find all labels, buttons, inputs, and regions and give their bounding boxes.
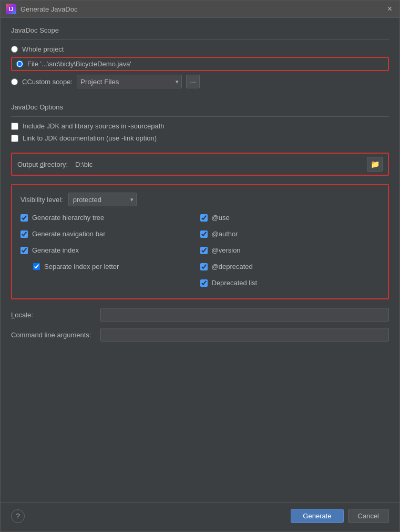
ellipsis-icon: ··· (190, 77, 196, 86)
visibility-row: Visibility level: public protected packa… (20, 193, 380, 206)
generate-button[interactable]: Generate (291, 509, 343, 523)
folder-icon: 📁 (371, 160, 380, 168)
whole-project-label[interactable]: Whole project (22, 45, 64, 53)
deprecated-list-row: Deprecated list (200, 279, 380, 287)
locale-input[interactable] (100, 308, 389, 322)
link-jdk-checkbox[interactable] (11, 135, 18, 142)
locale-section: Locale: Command line arguments: (11, 308, 389, 342)
hierarchy-tree-label[interactable]: Generate hierarchy tree (32, 214, 104, 222)
file-label[interactable]: File '...\src\bicly\BicycleDemo.java' (27, 60, 131, 68)
dialog-title: Generate JavaDoc (20, 5, 77, 13)
visibility-section: Visibility level: public protected packa… (11, 184, 389, 299)
options-col-left: Generate hierarchy tree Generate navigat… (20, 214, 200, 291)
scope-radio-group: Whole project File '...\src\bicly\Bicycl… (11, 45, 389, 88)
dialog-body: JavaDoc Scope Whole project File '...\sr… (1, 18, 399, 502)
link-jdk-row: Link to JDK documentation (use -link opt… (11, 134, 389, 142)
cancel-button[interactable]: Cancel (348, 509, 389, 523)
custom-scope-row: CCustom scope: Project FilesAll PlacesPr… (11, 75, 389, 88)
author-label[interactable]: @author (212, 230, 238, 238)
app-icon: IJ (6, 4, 16, 14)
custom-scope-select-wrapper: Project FilesAll PlacesProject and Libra… (77, 75, 182, 88)
include-jdk-label[interactable]: Include JDK and library sources in -sour… (23, 122, 165, 130)
visibility-select[interactable]: public protected package private (68, 193, 137, 206)
deprecated-list-checkbox[interactable] (200, 279, 208, 287)
dialog-footer: ? Generate Cancel (1, 502, 399, 531)
options-grid: Generate hierarchy tree Generate navigat… (20, 214, 380, 291)
custom-scope-browse-button[interactable]: ··· (186, 75, 200, 88)
locale-label: Locale: (11, 311, 95, 319)
separate-index-row: Separate index per letter (33, 263, 200, 270)
command-line-row: Command line arguments: (11, 328, 389, 342)
options-section: JavaDoc Options Include JDK and library … (11, 103, 389, 146)
generate-index-checkbox[interactable] (20, 247, 28, 254)
whole-project-radio-row: Whole project (11, 45, 389, 53)
navigation-bar-row: Generate navigation bar (20, 230, 200, 238)
version-label[interactable]: @version (212, 246, 241, 254)
navigation-bar-label[interactable]: Generate navigation bar (32, 230, 105, 238)
custom-scope-select[interactable]: Project FilesAll PlacesProject and Libra… (77, 75, 182, 88)
use-checkbox[interactable] (200, 214, 208, 222)
file-radio[interactable] (16, 61, 23, 67)
deprecated-row: @deprecated (200, 263, 380, 270)
generate-index-row: Generate index (20, 246, 200, 254)
link-jdk-label[interactable]: Link to JDK documentation (use -link opt… (23, 134, 157, 142)
deprecated-checkbox[interactable] (200, 263, 208, 270)
options-col-right: @use @author @version @deprecated (200, 214, 380, 291)
deprecated-label[interactable]: @deprecated (212, 263, 253, 270)
output-dir-label: Output directory: (17, 160, 68, 168)
navigation-bar-checkbox[interactable] (20, 230, 28, 238)
visibility-select-wrapper: public protected package private (68, 193, 137, 206)
include-jdk-checkbox[interactable] (11, 123, 18, 130)
help-button[interactable]: ? (11, 509, 25, 523)
close-button[interactable]: × (385, 5, 394, 13)
author-checkbox[interactable] (200, 230, 208, 238)
use-label[interactable]: @use (212, 214, 230, 222)
hierarchy-tree-row: Generate hierarchy tree (20, 214, 200, 222)
footer-buttons: Generate Cancel (291, 509, 389, 523)
version-checkbox[interactable] (200, 247, 208, 254)
separate-index-label[interactable]: Separate index per letter (44, 263, 119, 270)
locale-row: Locale: (11, 308, 389, 322)
separate-index-checkbox[interactable] (33, 263, 40, 270)
title-bar-left: IJ Generate JavaDoc (6, 4, 77, 14)
custom-scope-label[interactable]: CCustom scope: (22, 78, 73, 86)
command-line-input[interactable] (100, 328, 389, 342)
author-row: @author (200, 230, 380, 238)
output-dir-browse-button[interactable]: 📁 (367, 157, 383, 172)
command-line-label: Command line arguments: (11, 331, 95, 339)
file-radio-row: File '...\src\bicly\BicycleDemo.java' (11, 57, 389, 71)
title-bar: IJ Generate JavaDoc × (1, 1, 399, 18)
generate-index-label[interactable]: Generate index (32, 246, 79, 254)
scope-section: JavaDoc Scope Whole project File '...\sr… (11, 26, 389, 97)
generate-javadoc-dialog: IJ Generate JavaDoc × JavaDoc Scope Whol… (0, 0, 400, 532)
hierarchy-tree-checkbox[interactable] (20, 214, 28, 222)
custom-scope-radio[interactable] (11, 78, 18, 85)
scope-section-title: JavaDoc Scope (11, 26, 389, 34)
options-section-title: JavaDoc Options (11, 103, 389, 111)
include-jdk-row: Include JDK and library sources in -sour… (11, 122, 389, 130)
deprecated-list-label[interactable]: Deprecated list (212, 279, 258, 287)
version-row: @version (200, 246, 380, 254)
output-dir-input[interactable] (73, 158, 362, 170)
use-row: @use (200, 214, 380, 222)
whole-project-radio[interactable] (11, 46, 18, 53)
visibility-label: Visibility level: (20, 196, 63, 204)
output-dir-row: Output directory: 📁 (11, 153, 389, 176)
